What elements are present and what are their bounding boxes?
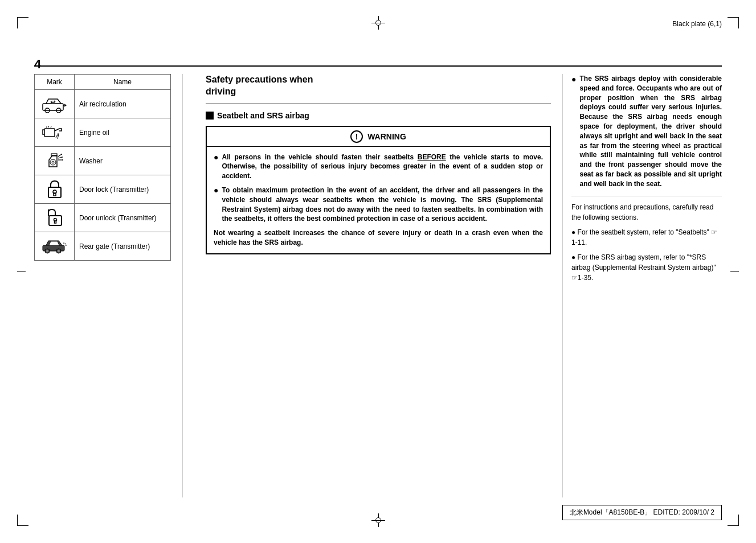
mark-cell xyxy=(35,175,75,204)
washer-icon xyxy=(44,151,65,171)
column-divider xyxy=(182,74,183,497)
ref-1: ● For the seatbelt system, refer to "Sea… xyxy=(571,227,722,248)
left-column: Mark Name xyxy=(34,74,171,497)
mark-cell xyxy=(35,118,75,147)
svg-line-7 xyxy=(48,126,49,127)
icon-rear-gate-container xyxy=(39,238,70,254)
right-bullet-dot-1: ● xyxy=(571,74,576,189)
plate-info: Black plate (6,1) xyxy=(672,20,722,28)
door-lock-icon xyxy=(47,179,63,200)
warning-text-2: To obtain maximum protection in the even… xyxy=(222,186,543,224)
icon-engine-oil-container xyxy=(39,124,70,141)
warning-bullet-2: ● To obtain maximum protection in the ev… xyxy=(214,186,543,224)
col-header-name: Name xyxy=(75,75,171,90)
corner-mark-tr xyxy=(728,17,739,28)
right-bullet-1: ● The SRS airbags deploy with considerab… xyxy=(571,74,722,189)
top-divider xyxy=(34,65,722,67)
table-row: Door lock (Transmitter) xyxy=(35,175,171,204)
crosshair-top xyxy=(371,16,385,30)
svg-line-4 xyxy=(56,135,57,138)
svg-point-15 xyxy=(62,159,63,161)
mark-name-engine-oil: Engine oil xyxy=(75,118,171,147)
warning-label: WARNING xyxy=(367,132,406,141)
table-row: Engine oil xyxy=(35,118,171,147)
section-title-line2: driving xyxy=(206,87,236,96)
right-marker-mid xyxy=(730,272,739,272)
svg-point-14 xyxy=(62,157,63,158)
subsection-title: Seatbelt and SRS airbag xyxy=(206,111,551,120)
footer: 北米Model「A8150BE-B」 EDITED: 2009/10/ 2 xyxy=(562,505,722,520)
svg-point-28 xyxy=(58,250,60,252)
mark-name-door-unlock: Door unlock (Transmitter) xyxy=(75,204,171,232)
ref-2: ● For the SRS airbag system, refer to "*… xyxy=(571,252,722,283)
left-marker-mid xyxy=(17,272,26,272)
table-row: Rear gate (Transmitter) xyxy=(35,232,171,261)
svg-point-13 xyxy=(61,154,62,155)
warning-note: Not wearing a seatbelt increases the cha… xyxy=(214,228,543,248)
warning-text-1: All persons in the vehicle should fasten… xyxy=(222,153,543,181)
mark-name-rear-gate: Rear gate (Transmitter) xyxy=(75,232,171,261)
icon-air-recirculation-container xyxy=(39,96,70,113)
corner-mark-br xyxy=(728,515,739,526)
svg-rect-23 xyxy=(54,221,56,223)
svg-line-11 xyxy=(58,157,62,158)
black-square-icon xyxy=(206,112,214,120)
page-number: 4 xyxy=(34,57,41,72)
crosshair-bottom xyxy=(371,513,385,527)
bullet-dot-1: ● xyxy=(214,153,218,181)
rear-gate-icon xyxy=(42,238,68,254)
warning-bullet-1: ● All persons in the vehicle should fast… xyxy=(214,153,543,181)
table-row: Air recirculation xyxy=(35,90,171,118)
table-row: Door unlock (Transmitter) xyxy=(35,204,171,232)
door-unlock-icon xyxy=(46,209,63,227)
right-text-1: The SRS airbags deploy with considerable… xyxy=(579,74,722,189)
svg-rect-20 xyxy=(54,193,56,196)
middle-column: Safety precautions when driving Seatbelt… xyxy=(194,74,562,497)
right-column: ● The SRS airbags deploy with considerab… xyxy=(562,74,722,497)
mark-name-door-lock: Door lock (Transmitter) xyxy=(75,175,171,204)
bullet-dot-2: ● xyxy=(214,186,218,224)
icon-washer-container xyxy=(39,151,70,171)
svg-rect-0 xyxy=(43,104,63,110)
air-recirculation-icon xyxy=(42,96,68,113)
ref-intro: For instructions and precautions, carefu… xyxy=(571,202,722,223)
section-divider xyxy=(206,104,551,104)
right-divider xyxy=(571,196,722,196)
warning-content: ● All persons in the vehicle should fast… xyxy=(207,147,550,253)
engine-oil-icon xyxy=(42,124,67,141)
mark-cell xyxy=(35,147,75,175)
mark-cell xyxy=(35,204,75,232)
mark-name-washer: Washer xyxy=(75,147,171,175)
content-area: Mark Name xyxy=(34,74,722,497)
svg-line-10 xyxy=(58,154,62,157)
col-header-mark: Mark xyxy=(35,75,75,90)
svg-point-27 xyxy=(46,250,48,252)
corner-mark-bl xyxy=(17,515,28,526)
subsection-label: Seatbelt and SRS airbag xyxy=(217,111,309,120)
section-title-line1: Safety precautions when xyxy=(206,75,313,84)
mark-cell xyxy=(35,232,75,261)
svg-point-17 xyxy=(52,161,54,163)
marks-table: Mark Name xyxy=(34,74,171,261)
icon-door-lock-container xyxy=(39,179,70,200)
svg-point-16 xyxy=(50,159,56,165)
section-title: Safety precautions when driving xyxy=(206,74,551,98)
warning-header: ! WARNING xyxy=(207,127,550,147)
svg-line-5 xyxy=(58,137,58,139)
svg-line-8 xyxy=(51,126,51,128)
warning-box: ! WARNING ● All persons in the vehicle s… xyxy=(206,126,551,254)
footer-text: 北米Model「A8150BE-B」 EDITED: 2009/10/ 2 xyxy=(570,508,714,516)
mark-cell xyxy=(35,90,75,118)
corner-mark-tl xyxy=(17,17,28,28)
mark-name-air-recirculation: Air recirculation xyxy=(75,90,171,118)
icon-door-unlock-container xyxy=(39,209,70,227)
table-row: Washer xyxy=(35,147,171,175)
warning-icon: ! xyxy=(350,130,363,143)
svg-rect-3 xyxy=(44,129,55,137)
